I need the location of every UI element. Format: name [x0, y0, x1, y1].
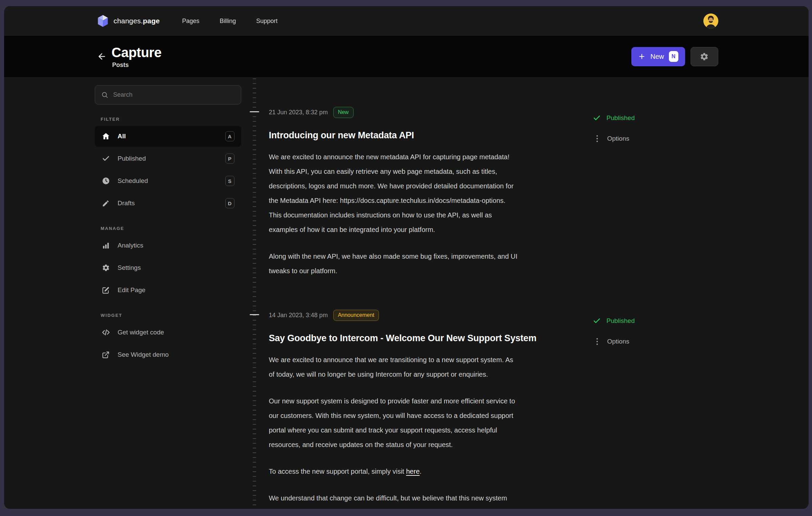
post-options-button[interactable]: Options — [593, 337, 687, 346]
section-label-filter: FILTER — [101, 117, 241, 122]
post-paragraph: We are excited to announce the new metad… — [269, 150, 589, 237]
sidebar-item-scheduled[interactable]: Scheduled S — [95, 170, 241, 191]
external-link-icon — [102, 351, 110, 359]
main-content: FILTER All A Published P — [4, 77, 809, 509]
post-title[interactable]: Say Goodbye to Intercom - Welcome Our Ne… — [269, 332, 589, 344]
sidebar-item-label: Drafts — [118, 200, 135, 207]
post-item: 21 Jun 2023, 8:32 pm New Introducing our… — [269, 107, 718, 290]
kebab-menu-icon — [593, 135, 602, 142]
post-date: 21 Jun 2023, 8:32 pm — [269, 109, 328, 116]
page-subtitle: Posts — [112, 62, 162, 69]
sidebar-item-edit-page[interactable]: Edit Page — [95, 280, 241, 301]
sidebar-item-analytics[interactable]: Analytics — [95, 235, 241, 256]
post-badge-new: New — [333, 107, 354, 118]
post-meta: Published Options — [593, 113, 687, 155]
brand[interactable]: changes.page — [97, 15, 160, 27]
shortcut-badge-n: N — [669, 51, 678, 62]
post-status: Published — [593, 316, 687, 326]
options-label: Options — [607, 135, 629, 142]
cube-logo-icon — [97, 15, 109, 27]
paragraph-text: . — [420, 468, 422, 475]
sidebar-item-label: Published — [118, 155, 146, 162]
nav-link-support[interactable]: Support — [256, 18, 277, 25]
post-item: 14 Jan 2023, 3:48 pm Announcement Say Go… — [269, 310, 718, 509]
sidebar-item-label: Analytics — [118, 242, 143, 249]
sidebar-item-drafts[interactable]: Drafts D — [95, 193, 241, 214]
pencil-icon — [102, 200, 110, 207]
arrow-left-icon — [97, 52, 107, 61]
section-label-manage: MANAGE — [101, 226, 241, 231]
sidebar-item-all[interactable]: All A — [95, 126, 241, 147]
sidebar-item-see-widget-demo[interactable]: See Widget demo — [95, 344, 241, 365]
post-body: We are excited to announce the new metad… — [269, 150, 589, 278]
shortcut-badge-d: D — [225, 198, 234, 208]
post-title[interactable]: Introducing our new Metadata API — [269, 130, 589, 141]
home-icon — [102, 132, 110, 140]
search-input[interactable] — [113, 91, 235, 99]
code-icon — [102, 328, 110, 337]
post-meta: Published Options — [593, 316, 687, 357]
search-icon — [101, 91, 108, 98]
post-status: Published — [593, 113, 687, 123]
check-icon — [593, 317, 601, 325]
sidebar-item-label: Get widget code — [118, 329, 164, 336]
nav-link-pages[interactable]: Pages — [182, 18, 199, 25]
sidebar-item-get-widget-code[interactable]: Get widget code — [95, 322, 241, 343]
top-navbar: changes.page Pages Billing Support — [4, 6, 809, 36]
timeline-marker — [250, 111, 259, 112]
search-box — [95, 85, 241, 104]
status-label: Published — [607, 317, 635, 325]
timeline-ruler — [253, 78, 256, 509]
timeline-marker — [250, 314, 259, 315]
clock-icon — [102, 177, 110, 185]
section-label-widget: WIDGET — [101, 313, 241, 318]
brand-name: changes.page — [114, 17, 160, 25]
shortcut-badge-s: S — [225, 176, 234, 186]
post-paragraph: To access the new support portal, simply… — [269, 464, 589, 479]
settings-button[interactable] — [691, 47, 718, 66]
posts-list: 21 Jun 2023, 8:32 pm New Introducing our… — [269, 77, 718, 509]
support-portal-link[interactable]: here — [406, 468, 420, 475]
sidebar-item-label: See Widget demo — [118, 351, 169, 358]
check-icon — [102, 155, 110, 163]
shortcut-badge-p: P — [225, 154, 234, 164]
gear-icon — [102, 264, 110, 272]
post-paragraph: Along with the new API, we have also mad… — [269, 249, 589, 278]
back-button[interactable] — [95, 49, 109, 64]
page-header: Capture Posts New N — [4, 36, 809, 77]
post-body: We are excited to announce that we are t… — [269, 353, 589, 509]
options-label: Options — [607, 338, 629, 345]
post-paragraph: Our new support system is designed to pr… — [269, 394, 589, 452]
kebab-menu-icon — [593, 338, 602, 345]
new-post-button[interactable]: New N — [631, 47, 685, 66]
new-button-label: New — [650, 53, 664, 61]
sidebar-item-settings[interactable]: Settings — [95, 257, 241, 278]
sidebar-item-label: Scheduled — [118, 177, 148, 185]
plus-icon — [638, 53, 646, 60]
desktop-background: { "navbar": { "brand": { "regular": "cha… — [0, 0, 812, 516]
sidebar-item-label: Settings — [118, 264, 141, 272]
post-badge-announcement: Announcement — [333, 310, 379, 321]
page-title: Capture — [112, 45, 162, 60]
shortcut-badge-a: A — [225, 131, 234, 141]
nav-links: Pages Billing Support — [182, 18, 277, 25]
post-date: 14 Jan 2023, 3:48 pm — [269, 312, 328, 319]
paragraph-text: To access the new support portal, simply… — [269, 468, 406, 475]
post-paragraph: We understand that change can be difficu… — [269, 491, 589, 509]
app-window: changes.page Pages Billing Support — [4, 6, 809, 509]
check-icon — [593, 114, 601, 122]
gear-icon — [700, 52, 709, 61]
nav-link-billing[interactable]: Billing — [220, 18, 236, 25]
bar-chart-icon — [102, 241, 110, 250]
edit-icon — [102, 286, 110, 294]
status-label: Published — [607, 114, 635, 122]
sidebar-item-label: All — [118, 133, 126, 140]
sidebar-item-label: Edit Page — [118, 286, 145, 294]
post-paragraph: We are excited to announce that we are t… — [269, 353, 589, 382]
user-avatar[interactable] — [703, 14, 718, 28]
sidebar: FILTER All A Published P — [95, 85, 241, 367]
sidebar-item-published[interactable]: Published P — [95, 148, 241, 169]
post-options-button[interactable]: Options — [593, 134, 687, 143]
